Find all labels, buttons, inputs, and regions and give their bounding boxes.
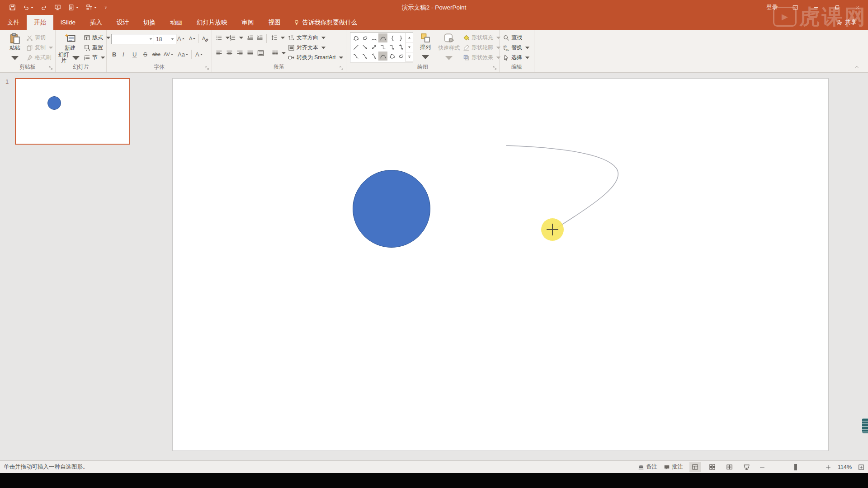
- quick-styles-button[interactable]: 快速样式: [436, 33, 462, 64]
- shp-curve-arrow-cell[interactable]: [360, 52, 369, 61]
- replace-button[interactable]: abac 替换: [503, 44, 531, 52]
- gallery-scroll-down-button[interactable]: [406, 42, 413, 52]
- zoom-handle[interactable]: [794, 464, 797, 470]
- columns-button[interactable]: [272, 50, 287, 56]
- shp-elbow-cell[interactable]: [378, 42, 387, 52]
- bold-button[interactable]: B: [112, 50, 116, 59]
- shp-freeform-cell[interactable]: [351, 33, 360, 42]
- reset-button[interactable]: 重置: [84, 44, 103, 52]
- smartart-button[interactable]: 转换为 SmartArt: [288, 54, 344, 61]
- blue-circle-shape[interactable]: [353, 170, 430, 248]
- change-case-button[interactable]: Aa: [178, 50, 189, 59]
- shp-curve-cell[interactable]: [378, 52, 387, 61]
- clipboard-dialog-launcher[interactable]: [48, 66, 53, 70]
- tab-file[interactable]: 文件: [0, 15, 27, 30]
- shape-outline-button[interactable]: 形状轮廓: [463, 44, 502, 52]
- shp-freeform-cell[interactable]: [387, 52, 396, 61]
- view-normal-button[interactable]: [689, 462, 701, 472]
- tab-view[interactable]: 视图: [261, 15, 288, 30]
- clear-formatting-button[interactable]: A: [201, 34, 208, 43]
- tab-home[interactable]: 开始: [27, 15, 53, 30]
- shp-brace-r-cell[interactable]: [396, 33, 406, 42]
- shape-fill-button[interactable]: 形状填充: [463, 34, 502, 42]
- tab-animations[interactable]: 动画: [163, 15, 189, 30]
- line-spacing-button[interactable]: [271, 34, 286, 41]
- copy-button[interactable]: 复制: [26, 44, 54, 52]
- shp-elbow-arrow2-cell[interactable]: [396, 42, 406, 52]
- shp-brace-l-cell[interactable]: [387, 33, 396, 42]
- paragraph-dialog-launcher[interactable]: [339, 66, 344, 70]
- shp-arc-cell[interactable]: [369, 33, 378, 42]
- zoom-out-button[interactable]: [759, 464, 765, 470]
- share-button[interactable]: 共享: [836, 15, 856, 30]
- fit-to-window-button[interactable]: [858, 464, 864, 470]
- close-button[interactable]: [847, 0, 868, 15]
- shp-arrow2-cell[interactable]: [369, 42, 378, 52]
- gallery-scroll-up-button[interactable]: [406, 33, 413, 42]
- font-name-combo[interactable]: [111, 34, 155, 44]
- zoom-in-button[interactable]: [825, 464, 831, 470]
- arrange-button[interactable]: 排列: [415, 33, 436, 63]
- align-text-button[interactable]: 对齐文本: [288, 44, 327, 52]
- minimize-button[interactable]: [806, 0, 826, 15]
- decrease-indent-button[interactable]: [247, 34, 254, 41]
- find-button[interactable]: 查找: [503, 34, 522, 42]
- tab-insert[interactable]: 插入: [83, 15, 109, 30]
- view-reading-button[interactable]: [724, 462, 736, 472]
- zoom-percent[interactable]: 114%: [838, 464, 852, 470]
- subscript-abc-button[interactable]: abc: [152, 50, 160, 59]
- view-slideshow-button[interactable]: [741, 462, 753, 472]
- shp-curve-cell[interactable]: [378, 33, 387, 42]
- section-button[interactable]: 节: [84, 54, 106, 61]
- justify-button[interactable]: [247, 50, 254, 56]
- shp-curve-arrow2-cell[interactable]: [369, 52, 378, 61]
- side-overlay-tab[interactable]: [862, 418, 868, 433]
- slide-thumbnail[interactable]: [15, 78, 130, 145]
- font-size-combo[interactable]: 18: [154, 34, 176, 44]
- zoom-slider[interactable]: [772, 464, 819, 470]
- tab-slideshow[interactable]: 幻灯片放映: [189, 15, 235, 30]
- tab-transitions[interactable]: 切换: [136, 15, 163, 30]
- shp-arrow-cell[interactable]: [360, 42, 369, 52]
- font-dialog-launcher[interactable]: [205, 66, 210, 70]
- collapse-ribbon-button[interactable]: [854, 64, 860, 70]
- cut-button[interactable]: 剪切: [26, 34, 46, 42]
- shp-line-cell[interactable]: [351, 42, 360, 52]
- gallery-more-button[interactable]: [406, 52, 413, 62]
- font-color-button[interactable]: A: [195, 50, 203, 59]
- tab-islide[interactable]: iSlide: [53, 15, 83, 30]
- text-direction-button[interactable]: 文字方向: [288, 34, 327, 42]
- restore-button[interactable]: [826, 0, 847, 15]
- align-center-button[interactable]: [226, 50, 233, 56]
- bullets-button[interactable]: [216, 34, 231, 41]
- paste-button[interactable]: 粘贴: [5, 33, 25, 64]
- align-right-button[interactable]: [236, 50, 243, 56]
- login-button[interactable]: 登录: [759, 0, 785, 15]
- drawing-dialog-launcher[interactable]: [492, 66, 497, 70]
- notes-button[interactable]: 备注: [638, 463, 657, 471]
- new-slide-button[interactable]: 新建 幻灯片: [58, 33, 82, 64]
- format-painter-button[interactable]: 格式刷: [26, 54, 51, 61]
- numbering-button[interactable]: [229, 34, 245, 41]
- align-left-button[interactable]: [216, 50, 222, 56]
- shape-effects-button[interactable]: 形状效果: [463, 54, 502, 61]
- select-button[interactable]: 选择: [503, 54, 531, 61]
- ribbon-display-options-button[interactable]: [785, 0, 806, 15]
- tell-me-box[interactable]: 告诉我你想要做什么: [288, 15, 363, 30]
- view-sorter-button[interactable]: [707, 462, 718, 472]
- shp-scribble-cell[interactable]: [396, 52, 406, 61]
- strikethrough-button[interactable]: S: [143, 50, 147, 59]
- character-spacing-button[interactable]: AV: [164, 50, 174, 59]
- tab-design[interactable]: 设计: [109, 15, 136, 30]
- comments-button[interactable]: 批注: [664, 463, 683, 471]
- distribute-button[interactable]: [257, 50, 264, 56]
- tab-review[interactable]: 审阅: [235, 15, 261, 30]
- shp-scribble-cell[interactable]: [360, 33, 369, 42]
- shrink-font-button[interactable]: A: [189, 34, 196, 43]
- italic-button[interactable]: I: [123, 50, 124, 59]
- shp-curve-conn-cell[interactable]: [351, 52, 360, 61]
- grow-font-button[interactable]: A: [177, 34, 185, 43]
- shp-elbow-arrow-cell[interactable]: [387, 42, 396, 52]
- underline-button[interactable]: U: [132, 50, 137, 59]
- increase-indent-button[interactable]: [256, 34, 263, 41]
